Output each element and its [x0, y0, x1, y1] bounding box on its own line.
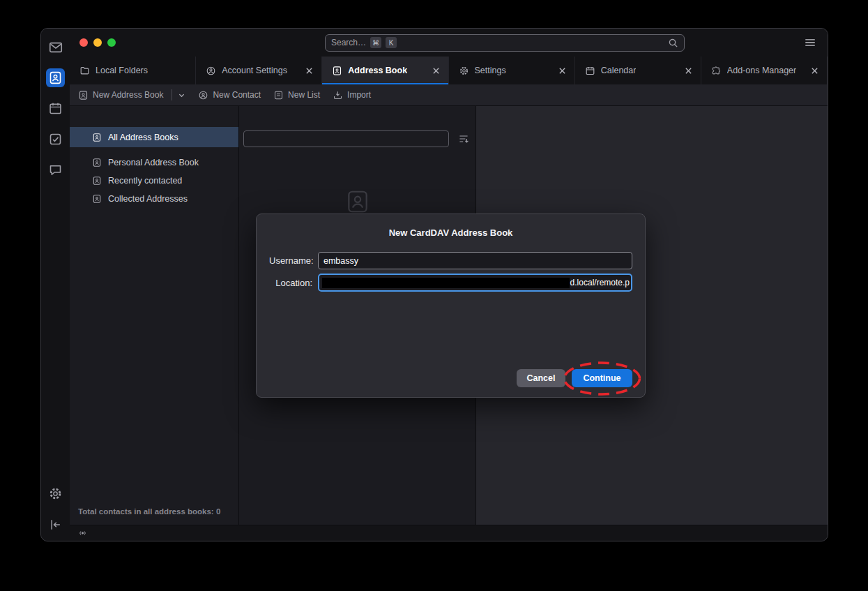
tab-label: Account Settings [222, 66, 287, 75]
k-key-badge: K [386, 37, 397, 48]
tab-label: Calendar [601, 66, 637, 75]
account-icon [206, 66, 216, 76]
import-icon [333, 90, 343, 100]
import-button[interactable]: Import [333, 90, 371, 100]
cancel-button[interactable]: Cancel [517, 369, 565, 387]
dialog-title: New CardDAV Address Book [269, 227, 632, 238]
address-book-icon [92, 133, 102, 142]
window-controls [79, 38, 116, 47]
book-label: All Address Books [108, 133, 178, 142]
minimize-window-button[interactable] [93, 38, 102, 47]
tab-close-icon[interactable] [809, 66, 820, 76]
new-contact-label: New Contact [213, 90, 261, 100]
location-row: Location: d.local/remote.p [269, 274, 632, 292]
tab-close-icon[interactable] [304, 66, 314, 76]
tab-settings[interactable]: Settings [449, 57, 575, 84]
new-contact-icon [198, 90, 208, 100]
spaces-rail [41, 29, 70, 541]
chat-space-icon[interactable] [46, 160, 65, 179]
address-book-icon [78, 90, 89, 100]
tab-addons-manager[interactable]: Add-ons Manager [701, 57, 828, 84]
titlebar: Search… ⌘ K [70, 29, 828, 57]
contacts-search-input[interactable] [243, 130, 449, 147]
tab-local-folders[interactable]: Local Folders [70, 57, 196, 84]
tasks-space-icon[interactable] [46, 130, 65, 149]
global-search-field[interactable]: Search… ⌘ K [325, 34, 685, 52]
search-placeholder: Search… [331, 38, 366, 47]
book-label: Collected Addresses [108, 194, 188, 204]
import-label: Import [347, 90, 371, 100]
tab-address-book[interactable]: Address Book [322, 57, 448, 84]
book-label: Personal Address Book [108, 158, 199, 167]
address-book-icon [92, 158, 102, 167]
location-visible-text: d.local/remote.p [570, 278, 630, 287]
new-address-book-label: New Address Book [93, 90, 163, 100]
display-options-icon[interactable] [458, 133, 469, 144]
username-label: Username: [269, 255, 312, 266]
new-list-icon [273, 90, 284, 100]
tab-calendar[interactable]: Calendar [575, 57, 701, 84]
address-book-toolbar: New Address Book New Contact New List Im… [70, 84, 828, 106]
address-book-icon [92, 194, 102, 204]
tab-close-icon[interactable] [683, 66, 694, 76]
tab-account-settings[interactable]: Account Settings [196, 57, 322, 84]
cmd-key-badge: ⌘ [370, 37, 381, 48]
contacts-search-row [239, 130, 475, 147]
tab-label: Local Folders [96, 66, 148, 75]
puzzle-icon [711, 66, 722, 76]
sidebar-item-recently-contacted[interactable]: Recently contacted [70, 172, 238, 190]
close-window-button[interactable] [79, 38, 88, 47]
new-carddav-dialog: New CardDAV Address Book Username: Locat… [256, 214, 646, 398]
address-book-watermark-icon [344, 188, 371, 215]
folder-icon [79, 66, 90, 76]
network-activity-icon [77, 528, 89, 538]
new-contact-button[interactable]: New Contact [198, 90, 261, 100]
book-label: Recently contacted [108, 176, 182, 186]
continue-button-wrap: Continue [572, 369, 632, 387]
tab-close-icon[interactable] [557, 66, 568, 76]
total-contacts-status: Total contacts in all address books: 0 [70, 500, 238, 525]
app-menu-icon[interactable] [804, 36, 816, 49]
calendar-icon [585, 66, 595, 76]
collapse-rail-icon[interactable] [46, 515, 65, 534]
split-button-divider [172, 89, 172, 100]
zoom-window-button[interactable] [107, 38, 116, 47]
sidebar-item-personal-address-book[interactable]: Personal Address Book [70, 154, 238, 172]
address-book-space-icon[interactable] [46, 68, 65, 87]
new-list-button[interactable]: New List [273, 90, 320, 100]
tab-label: Address Book [348, 66, 407, 75]
location-label: Location: [269, 278, 312, 288]
settings-gear-icon[interactable] [46, 484, 65, 503]
tab-close-icon[interactable] [431, 66, 441, 76]
username-input[interactable] [318, 252, 632, 269]
address-book-icon [332, 66, 342, 76]
chevron-down-icon[interactable] [178, 91, 185, 99]
calendar-space-icon[interactable] [46, 99, 65, 118]
address-book-icon [92, 176, 102, 186]
gear-icon [459, 66, 469, 76]
new-list-label: New List [288, 90, 320, 100]
new-address-book-button[interactable]: New Address Book [78, 89, 185, 100]
address-books-pane: All Address Books Personal Address Book … [70, 106, 239, 525]
dialog-buttons: Cancel Continue [269, 369, 632, 387]
mail-space-icon[interactable] [46, 38, 65, 57]
username-row: Username: [269, 252, 632, 269]
sidebar-item-all-address-books[interactable]: All Address Books [70, 127, 238, 147]
search-icon [668, 38, 678, 48]
app-window: Search… ⌘ K Local Folders Account Settin… [40, 28, 828, 541]
sidebar-item-collected-addresses[interactable]: Collected Addresses [70, 190, 238, 208]
tab-label: Add-ons Manager [727, 66, 796, 75]
location-input[interactable]: d.local/remote.p [318, 274, 632, 292]
continue-button[interactable]: Continue [572, 369, 632, 387]
tab-bar: Local Folders Account Settings Address B… [70, 57, 828, 84]
tab-label: Settings [475, 66, 506, 75]
redaction-bar [322, 278, 570, 288]
status-bar [70, 525, 828, 541]
